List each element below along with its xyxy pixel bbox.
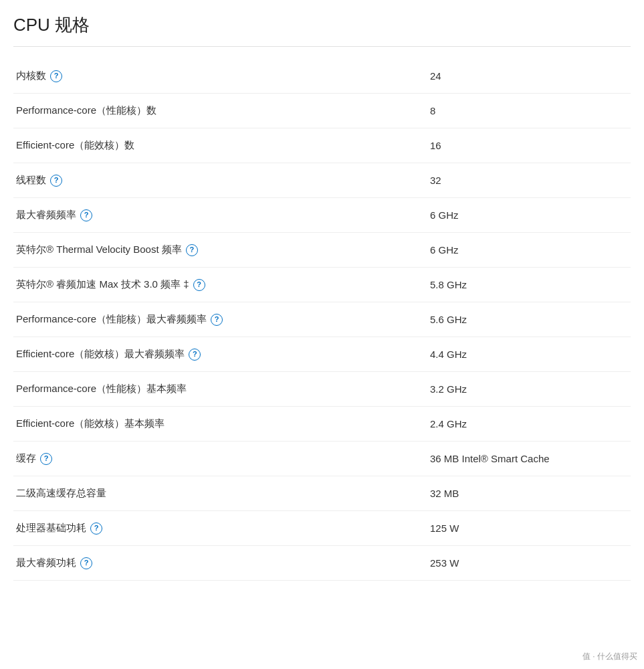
spec-label-text: 缓存	[16, 452, 36, 465]
table-row: 二级高速缓存总容量32 MB	[13, 476, 631, 511]
spec-label-text: 英特尔® Thermal Velocity Boost 频率	[16, 244, 182, 256]
spec-value-eff-core-base-freq: 2.4 GHz	[430, 418, 631, 429]
page-title: CPU 规格	[13, 13, 631, 47]
spec-value-l2-cache: 32 MB	[430, 488, 631, 499]
spec-label-eff-core-count: Efficient-core（能效核）数	[13, 139, 430, 152]
spec-label-text: Efficient-core（能效核）最大睿频频率	[16, 348, 185, 361]
help-icon[interactable]: ?	[189, 349, 201, 361]
spec-label-max-turbo-freq: 最大睿频频率?	[13, 209, 430, 221]
help-icon[interactable]: ?	[50, 175, 62, 187]
spec-label-text: Efficient-core（能效核）基本频率	[16, 417, 165, 430]
watermark: 值 · 什么值得买	[582, 651, 637, 662]
spec-value-base-tdp: 125 W	[430, 522, 631, 534]
spec-label-perf-core-count: Performance-core（性能核）数	[13, 104, 430, 117]
help-icon[interactable]: ?	[193, 279, 205, 291]
spec-label-max-turbo-power: 最大睿频功耗?	[13, 557, 430, 569]
help-icon[interactable]: ?	[90, 522, 102, 535]
spec-table: 内核数?24Performance-core（性能核）数8Efficient-c…	[13, 59, 631, 581]
spec-label-thread-count: 线程数?	[13, 174, 430, 187]
spec-label-l2-cache: 二级高速缓存总容量	[13, 487, 430, 500]
table-row: 处理器基础功耗?125 W	[13, 511, 631, 546]
spec-label-tbm3-freq: 英特尔® 睿频加速 Max 技术 3.0 频率 ‡?	[13, 278, 430, 291]
help-icon[interactable]: ?	[186, 244, 198, 256]
table-row: Performance-core（性能核）基本频率3.2 GHz	[13, 372, 631, 407]
spec-value-perf-core-max-freq: 5.6 GHz	[430, 314, 631, 325]
spec-label-text: 处理器基础功耗	[16, 522, 86, 535]
spec-label-text: 最大睿频频率	[16, 209, 76, 221]
spec-label-text: 内核数	[16, 70, 46, 82]
spec-value-eff-core-count: 16	[430, 140, 631, 151]
spec-label-text: Performance-core（性能核）数	[16, 104, 156, 117]
spec-value-perf-core-base-freq: 3.2 GHz	[430, 383, 631, 395]
spec-value-core-count: 24	[430, 70, 631, 82]
spec-value-max-turbo-freq: 6 GHz	[430, 209, 631, 221]
spec-value-tvb-freq: 6 GHz	[430, 244, 631, 256]
spec-label-text: Efficient-core（能效核）数	[16, 139, 134, 152]
spec-value-tbm3-freq: 5.8 GHz	[430, 279, 631, 290]
spec-value-cache: 36 MB Intel® Smart Cache	[430, 453, 631, 464]
table-row: 缓存?36 MB Intel® Smart Cache	[13, 442, 631, 476]
help-icon[interactable]: ?	[40, 453, 52, 465]
spec-label-text: 最大睿频功耗	[16, 557, 76, 569]
table-row: Efficient-core（能效核）最大睿频频率?4.4 GHz	[13, 337, 631, 372]
spec-label-base-tdp: 处理器基础功耗?	[13, 522, 430, 535]
table-row: Efficient-core（能效核）基本频率2.4 GHz	[13, 407, 631, 442]
spec-label-perf-core-max-freq: Performance-core（性能核）最大睿频频率?	[13, 313, 430, 326]
help-icon[interactable]: ?	[211, 314, 223, 326]
table-row: Performance-core（性能核）最大睿频频率?5.6 GHz	[13, 302, 631, 337]
spec-label-eff-core-base-freq: Efficient-core（能效核）基本频率	[13, 417, 430, 430]
table-row: Efficient-core（能效核）数16	[13, 128, 631, 163]
spec-value-thread-count: 32	[430, 175, 631, 186]
spec-label-tvb-freq: 英特尔® Thermal Velocity Boost 频率?	[13, 244, 430, 256]
table-row: 英特尔® Thermal Velocity Boost 频率?6 GHz	[13, 233, 631, 268]
help-icon[interactable]: ?	[50, 70, 62, 82]
spec-label-eff-core-max-freq: Efficient-core（能效核）最大睿频频率?	[13, 348, 430, 361]
spec-value-perf-core-count: 8	[430, 105, 631, 116]
table-row: 最大睿频频率?6 GHz	[13, 198, 631, 233]
table-row: 线程数?32	[13, 163, 631, 198]
spec-value-max-turbo-power: 253 W	[430, 557, 631, 569]
spec-label-text: 线程数	[16, 174, 46, 187]
help-icon[interactable]: ?	[80, 557, 92, 569]
table-row: 英特尔® 睿频加速 Max 技术 3.0 频率 ‡?5.8 GHz	[13, 268, 631, 302]
table-row: Performance-core（性能核）数8	[13, 94, 631, 128]
spec-label-text: Performance-core（性能核）最大睿频频率	[16, 313, 207, 326]
spec-label-text: Performance-core（性能核）基本频率	[16, 383, 187, 395]
spec-label-cache: 缓存?	[13, 452, 430, 465]
spec-value-eff-core-max-freq: 4.4 GHz	[430, 349, 631, 360]
help-icon[interactable]: ?	[80, 209, 92, 221]
spec-label-perf-core-base-freq: Performance-core（性能核）基本频率	[13, 383, 430, 395]
table-row: 内核数?24	[13, 59, 631, 94]
table-row: 最大睿频功耗?253 W	[13, 546, 631, 581]
spec-label-text: 二级高速缓存总容量	[16, 487, 106, 500]
spec-label-text: 英特尔® 睿频加速 Max 技术 3.0 频率 ‡	[16, 278, 189, 291]
spec-label-core-count: 内核数?	[13, 70, 430, 82]
